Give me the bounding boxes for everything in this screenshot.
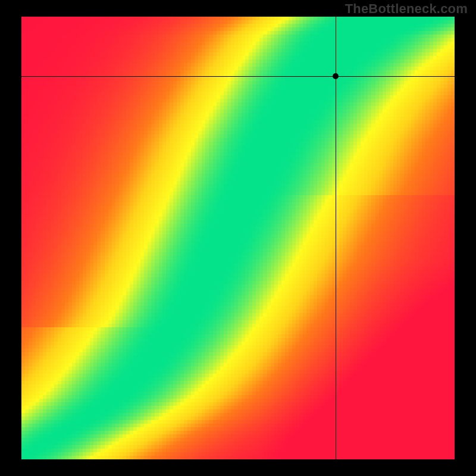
heatmap-canvas [21, 17, 455, 459]
crosshair-horizontal [21, 76, 455, 77]
crosshair-vertical [336, 17, 336, 459]
chart-container: TheBottleneck.com [0, 0, 476, 476]
watermark-text: TheBottleneck.com [345, 1, 468, 17]
crosshair-marker [333, 73, 339, 79]
